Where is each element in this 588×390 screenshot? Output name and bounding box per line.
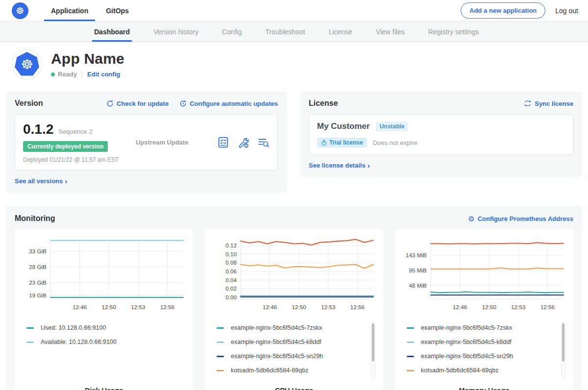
status-badge: Ready <box>58 71 77 78</box>
check-for-update-label: Check for update <box>117 100 169 107</box>
cpu-usage-legend: example-nginx-5bc6f5d4c5-7zskxexample-ng… <box>212 321 376 382</box>
configure-auto-updates-link[interactable]: Configure automatic updates <box>179 100 278 107</box>
legend-item: example-nginx-5bc6f5d4c5-k8ddf <box>407 335 566 349</box>
configure-auto-updates-label: Configure automatic updates <box>190 100 278 107</box>
svg-text:0.04: 0.04 <box>225 277 237 283</box>
logout-button[interactable]: Log out <box>555 7 578 15</box>
svg-text:95 MiB: 95 MiB <box>409 267 427 273</box>
legend-label: example-nginx-5bc6f5d4c5-7zskx <box>421 324 512 331</box>
svg-text:12:46: 12:46 <box>73 304 87 310</box>
memory-usage-chart: 12:4612:5012:5312:5648 MiB95 MiB143 MiB <box>402 235 566 316</box>
subnav-license[interactable]: License <box>327 22 354 42</box>
subnav-dashboard[interactable]: Dashboard <box>92 22 132 42</box>
legend-item: kotsadm-5db6dc6584-69qbz <box>407 364 566 378</box>
subnav-version-history[interactable]: Version history <box>151 22 200 42</box>
tab-gitops[interactable]: GitOps <box>99 0 136 21</box>
svg-text:33 GiB: 33 GiB <box>29 248 47 254</box>
memory-usage-legend: example-nginx-5bc6f5d4c5-7zskxexample-ng… <box>402 321 566 382</box>
svg-text:12:53: 12:53 <box>511 304 525 310</box>
stopwatch-icon <box>321 140 327 146</box>
legend-label: example-nginx-5bc6f5d4c5-7zskx <box>231 324 322 331</box>
license-details-box: My Customer Unstable Trial license Does … <box>309 114 573 155</box>
legend-color-dash <box>407 356 414 357</box>
legend-item: Available: 10.128.0.66:9100 <box>26 335 186 349</box>
app-icon: ☸ <box>12 49 42 79</box>
svg-text:12:53: 12:53 <box>131 304 145 310</box>
see-all-versions-link[interactable]: See all versions › <box>15 177 67 185</box>
edit-config-link[interactable]: Edit config <box>87 71 120 78</box>
license-expiry: Does not expire <box>373 139 417 146</box>
svg-text:0.06: 0.06 <box>225 268 237 274</box>
memory-usage-chart-card: 12:4612:5012:5312:5648 MiB95 MiB143 MiB … <box>395 229 573 390</box>
kubernetes-logo-icon[interactable]: ☸ <box>12 2 28 19</box>
legend-item: kotsadm-5db6dc6584-69qbz <box>217 364 376 378</box>
legend-label: kotsadm-5db6dc6584-69qbz <box>231 367 308 374</box>
legend-color-dash <box>26 327 34 329</box>
svg-text:12:56: 12:56 <box>540 304 555 310</box>
legend-color-dash <box>407 370 414 371</box>
legend-item: example-nginx-5bc6f5d4c5-sn29h <box>217 349 376 364</box>
legend-scrollbar-thumb[interactable] <box>562 323 564 362</box>
channel-badge: Unstable <box>376 122 409 131</box>
legend-label: example-nginx-5bc6f5d4c5-sn29h <box>421 353 513 360</box>
page-title: App Name <box>51 50 124 67</box>
legend-color-dash <box>217 341 224 343</box>
version-sequence: Sequence 2 <box>58 128 92 135</box>
license-card-title: License <box>309 99 338 108</box>
legend-item: example-nginx-5bc6f5d4c5-7zskx <box>217 321 376 335</box>
legend-scrollbar[interactable] <box>561 322 565 379</box>
see-all-versions-label: See all versions <box>15 177 63 185</box>
tab-application[interactable]: Application <box>44 0 95 21</box>
legend-label: Available: 10.128.0.66:9100 <box>41 339 117 345</box>
svg-text:0.10: 0.10 <box>225 251 237 257</box>
cpu-usage-chart-title: CPU Usage <box>212 382 376 390</box>
wheel-glyph: ☸ <box>16 5 24 17</box>
sync-arrows-icon <box>524 100 532 107</box>
svg-text:19 GiB: 19 GiB <box>29 292 47 298</box>
svg-text:143 MiB: 143 MiB <box>406 252 427 258</box>
deploy-logs-icon[interactable] <box>257 136 270 148</box>
sync-license-label: Sync license <box>535 100 573 107</box>
clock-refresh-icon <box>179 100 187 107</box>
disk-usage-chart-card: 12:4612:5012:5312:5619 GiB23 GiB28 GiB33… <box>15 229 193 390</box>
app-header: ☸ App Name Ready Edit config <box>0 42 588 88</box>
legend-scrollbar[interactable] <box>371 322 375 379</box>
legend-item: example-nginx-5bc6f5d4c5-k8ddf <box>217 335 376 349</box>
customer-name: My Customer <box>317 122 370 131</box>
version-card: Version Check for update Configure autom… <box>6 91 287 193</box>
add-application-button[interactable]: Add a new application <box>461 2 545 19</box>
chevron-right-icon: › <box>368 161 370 170</box>
monitoring-card: Monitoring ⚙ Configure Prometheus Addres… <box>6 206 582 390</box>
subnav-troubleshoot[interactable]: Troubleshoot <box>263 22 307 42</box>
legend-color-dash <box>217 327 224 329</box>
legend-item: example-nginx-5bc6f5d4c5-7zskx <box>407 321 566 335</box>
svg-text:0.12: 0.12 <box>225 242 237 248</box>
legend-label: example-nginx-5bc6f5d4c5-sn29h <box>231 353 323 360</box>
legend-label: kotsadm-5db6dc6584-69qbz <box>421 367 498 374</box>
version-number: 0.1.2 <box>23 122 53 137</box>
svg-text:0.02: 0.02 <box>225 285 237 292</box>
subnav-registry-settings[interactable]: Registry settings <box>426 22 481 42</box>
svg-text:12:50: 12:50 <box>482 304 497 310</box>
app-subnav: Dashboard Version history Config Trouble… <box>0 22 588 42</box>
license-card: License Sync license My Customer Unstabl… <box>300 91 582 177</box>
disk-usage-chart: 12:4612:5012:5312:5619 GiB23 GiB28 GiB33… <box>22 235 186 316</box>
legend-label: example-nginx-5bc6f5d4c5-k8ddf <box>421 339 512 345</box>
cpu-usage-chart-card: 12:4612:5012:5312:560.000.020.040.060.08… <box>205 229 383 390</box>
edit-config-wrench-icon[interactable] <box>237 136 249 148</box>
preflight-checks-icon[interactable] <box>217 136 229 148</box>
subnav-view-files[interactable]: View files <box>374 22 407 42</box>
version-card-title: Version <box>15 99 43 108</box>
svg-text:12:50: 12:50 <box>292 304 307 310</box>
legend-scrollbar-thumb[interactable] <box>372 323 374 362</box>
configure-prometheus-link[interactable]: ⚙ Configure Prometheus Address <box>468 215 573 222</box>
configure-prometheus-label: Configure Prometheus Address <box>478 215 573 222</box>
legend-label: Used: 10.128.0.66:9100 <box>41 324 106 331</box>
sync-license-link[interactable]: Sync license <box>524 100 573 107</box>
status-dot-icon <box>51 73 55 76</box>
check-for-update-link[interactable]: Check for update <box>106 100 169 107</box>
legend-color-dash <box>217 370 224 371</box>
see-license-details-link[interactable]: See license details › <box>309 161 370 170</box>
cpu-usage-chart: 12:4612:5012:5312:560.000.020.040.060.08… <box>212 235 376 316</box>
subnav-config[interactable]: Config <box>220 22 244 42</box>
